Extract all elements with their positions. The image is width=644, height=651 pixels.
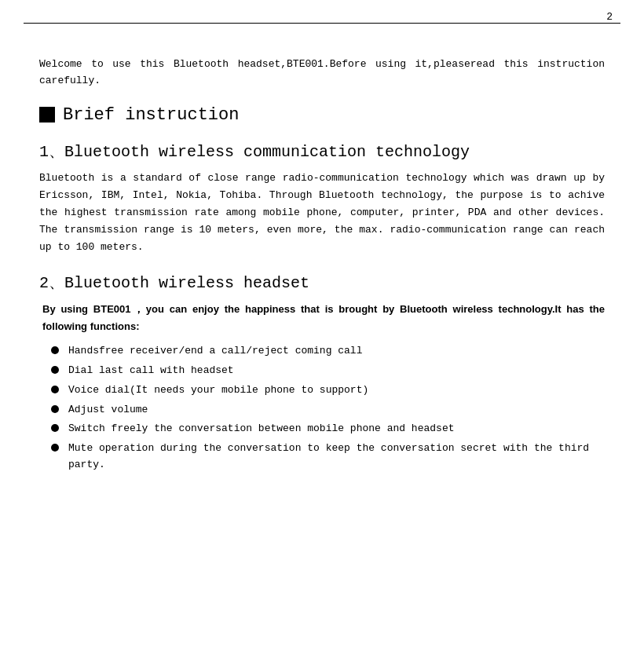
bullet-item-5: Switch freely the conversation between m… bbox=[51, 421, 605, 437]
welcome-paragraph: Welcome to use this Bluetooth headset,BT… bbox=[39, 57, 605, 90]
bullet-dot-1 bbox=[51, 346, 59, 354]
bullet-dot-6 bbox=[51, 444, 59, 452]
brief-instruction-label: Brief instruction bbox=[63, 105, 239, 125]
square-icon bbox=[39, 107, 55, 123]
subsection2-body: By using BTE001，you can enjoy the happin… bbox=[39, 301, 605, 335]
subsection1-heading: 1、Bluetooth wireless communication techn… bbox=[39, 141, 605, 162]
bullet-text-6: Mute operation during the conversation t… bbox=[68, 441, 605, 474]
bullet-dot-2 bbox=[51, 366, 59, 374]
bullet-item-1: Handsfree receiver/end a call/reject com… bbox=[51, 343, 605, 360]
bullet-text-4: Adjust volume bbox=[68, 402, 605, 419]
bullet-item-2: Dial last call with headset bbox=[51, 363, 605, 379]
page-number: 2 bbox=[24, 8, 620, 24]
bullet-text-3: Voice dial(It needs your mobile phone to… bbox=[68, 382, 605, 399]
subsection2-heading: 2、Bluetooth wireless headset bbox=[39, 272, 605, 293]
bullet-dot-5 bbox=[51, 424, 59, 432]
bullet-item-4: Adjust volume bbox=[51, 402, 605, 419]
bullet-text-5: Switch freely the conversation between m… bbox=[68, 421, 605, 437]
bullet-text-1: Handsfree receiver/end a call/reject com… bbox=[68, 343, 605, 360]
page-container: 2 Welcome to use this Bluetooth headset,… bbox=[0, 0, 644, 651]
brief-instruction-heading: Brief instruction bbox=[39, 105, 605, 125]
feature-list: Handsfree receiver/end a call/reject com… bbox=[39, 343, 605, 474]
bullet-text-2: Dial last call with headset bbox=[68, 363, 605, 379]
content-area: Welcome to use this Bluetooth headset,BT… bbox=[24, 25, 620, 492]
subsection1-body: Bluetooth is a standard of close range r… bbox=[39, 170, 605, 256]
bullet-dot-4 bbox=[51, 405, 59, 413]
bullet-item-3: Voice dial(It needs your mobile phone to… bbox=[51, 382, 605, 399]
bullet-dot-3 bbox=[51, 386, 59, 393]
bullet-item-6: Mute operation during the conversation t… bbox=[51, 441, 605, 474]
